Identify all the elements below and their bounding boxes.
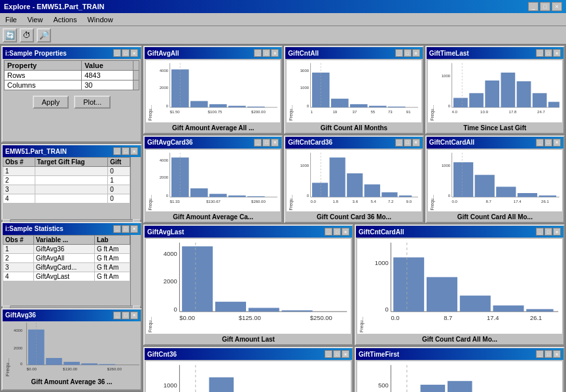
sp-maximize[interactable]: □: [122, 49, 130, 57]
giftcntcardall-ylabel: Frequ...: [429, 151, 434, 211]
svg-text:0.0: 0.0: [451, 199, 457, 203]
gtl-minimize[interactable]: _: [536, 49, 544, 57]
svg-text:0: 0: [166, 194, 169, 198]
apply-button[interactable]: Apply: [33, 96, 69, 109]
gtl-close[interactable]: ×: [553, 49, 561, 57]
svg-rect-78: [330, 157, 345, 196]
plot-button[interactable]: Plot...: [74, 96, 111, 109]
properties-table: Property Value Rows 4843 Columns: [4, 60, 139, 90]
maximize-button[interactable]: □: [540, 2, 550, 11]
giftavgcard36-subtitle: Gift Amount Average Ca...: [145, 213, 281, 222]
table-row: 4 0: [3, 194, 130, 204]
gcca2-close[interactable]: ×: [553, 228, 561, 236]
svg-text:5.4: 5.4: [371, 199, 377, 203]
svg-rect-49: [485, 80, 499, 107]
gtl-maximize[interactable]: □: [544, 49, 552, 57]
gtf-minimize[interactable]: _: [536, 350, 544, 358]
sr1-lab: G ft Am: [94, 244, 130, 253]
menu-file[interactable]: File: [3, 15, 20, 24]
dv-close[interactable]: ×: [130, 147, 138, 155]
toolbar-btn-1[interactable]: 🔄: [3, 28, 17, 43]
gcc36-maximize[interactable]: □: [404, 139, 412, 147]
dv-minimize[interactable]: _: [113, 147, 121, 155]
svg-text:73: 73: [388, 110, 393, 114]
gca-minimize[interactable]: _: [395, 49, 403, 57]
svg-rect-51: [516, 81, 531, 107]
close-button[interactable]: ×: [552, 2, 562, 11]
giftavgcard36-controls: _ □ ×: [254, 139, 279, 147]
svg-rect-32: [350, 104, 368, 107]
svg-text:0: 0: [307, 194, 310, 198]
gcc36-minimize[interactable]: _: [395, 139, 403, 147]
gc36-maximize[interactable]: □: [333, 350, 341, 358]
stats-vertical-scrollbar[interactable]: [130, 235, 141, 306]
svg-rect-109: [215, 302, 246, 312]
sample-statistics-controls: _ □ ×: [113, 225, 138, 233]
row1-obs: 1: [3, 167, 35, 176]
sp-close[interactable]: ×: [130, 49, 138, 57]
sr1-var: GiftAvg36: [33, 244, 94, 253]
row2-flag: [35, 176, 108, 185]
gac36-close[interactable]: ×: [271, 139, 279, 147]
gcca-minimize[interactable]: _: [536, 139, 544, 147]
toolbar-btn-2[interactable]: ⏱: [20, 28, 34, 43]
gcc36-close[interactable]: ×: [412, 139, 420, 147]
ss-minimize[interactable]: _: [113, 225, 121, 233]
svg-rect-80: [364, 184, 380, 196]
giftavglast-ylabel: Frequ...: [147, 240, 152, 332]
gcca2-minimize[interactable]: _: [536, 228, 544, 236]
gal-minimize[interactable]: _: [325, 228, 332, 236]
gal-maximize[interactable]: □: [333, 228, 341, 236]
svg-text:0: 0: [20, 362, 23, 366]
svg-text:55: 55: [371, 110, 376, 114]
gaa-close[interactable]: ×: [271, 49, 279, 57]
svg-rect-122: [427, 277, 457, 312]
menu-window[interactable]: Window: [84, 15, 115, 24]
gifttimelast-title-bar: GiftTimeLast _ □ ×: [427, 47, 563, 59]
vertical-scrollbar[interactable]: [130, 157, 141, 219]
svg-text:$200.00: $200.00: [251, 110, 266, 114]
svg-rect-31: [331, 99, 349, 107]
giftcnt36-histogram: 0.0 4.5 9.0 13.5 1000 0: [152, 363, 349, 392]
gcca-maximize[interactable]: □: [544, 139, 552, 147]
gc36-minimize[interactable]: _: [325, 350, 332, 358]
gtf-close[interactable]: ×: [553, 350, 561, 358]
sr4-obs: 4: [3, 272, 34, 281]
gifttimefirst-ylabel: Frequ...: [359, 363, 364, 392]
svg-text:1000: 1000: [300, 86, 310, 90]
gcca2-maximize[interactable]: □: [544, 228, 552, 236]
ss-close[interactable]: ×: [130, 225, 138, 233]
giftavglast-subtitle: Gift Amount Last: [145, 335, 352, 344]
gaa-minimize[interactable]: _: [254, 49, 262, 57]
row3-gift: 0: [108, 185, 130, 194]
giftcntcardall-title: GiftCntCardAll: [429, 139, 474, 146]
ga36-maximize[interactable]: □: [122, 312, 130, 319]
ga36-minimize[interactable]: _: [113, 312, 121, 319]
giftcntall-title-bar: GiftCntAll _ □ ×: [285, 47, 422, 59]
svg-rect-20: [247, 107, 265, 107]
row2-obs: 2: [3, 176, 35, 185]
menu-view[interactable]: View: [25, 15, 46, 24]
gac36-minimize[interactable]: _: [254, 139, 262, 147]
gtf-maximize[interactable]: □: [544, 350, 552, 358]
sp-minimize[interactable]: _: [113, 49, 121, 57]
minimize-button[interactable]: _: [528, 2, 539, 11]
gcca-close[interactable]: ×: [553, 139, 561, 147]
gca-close[interactable]: ×: [412, 49, 420, 57]
row2-gift: 1: [108, 176, 130, 185]
svg-rect-5: [81, 363, 97, 365]
svg-rect-123: [460, 296, 491, 312]
gac36-maximize[interactable]: □: [262, 139, 270, 147]
menu-actions[interactable]: Actions: [50, 15, 79, 24]
giftavgall-histogram: $1.50 $100.75 $200.00 4000 2000 0: [152, 62, 279, 121]
dv-maximize[interactable]: □: [122, 147, 130, 155]
gal-close[interactable]: ×: [342, 228, 349, 236]
gca-maximize[interactable]: □: [404, 49, 412, 57]
ga36-close[interactable]: ×: [130, 312, 138, 319]
gc36-close[interactable]: ×: [342, 350, 349, 358]
sample-properties-title-bar: i:Sample Properties _ □ ×: [3, 47, 141, 59]
svg-text:3000: 3000: [300, 69, 310, 73]
gaa-maximize[interactable]: □: [262, 49, 270, 57]
toolbar-btn-3[interactable]: 🔎: [37, 28, 51, 43]
ss-maximize[interactable]: □: [122, 225, 130, 233]
